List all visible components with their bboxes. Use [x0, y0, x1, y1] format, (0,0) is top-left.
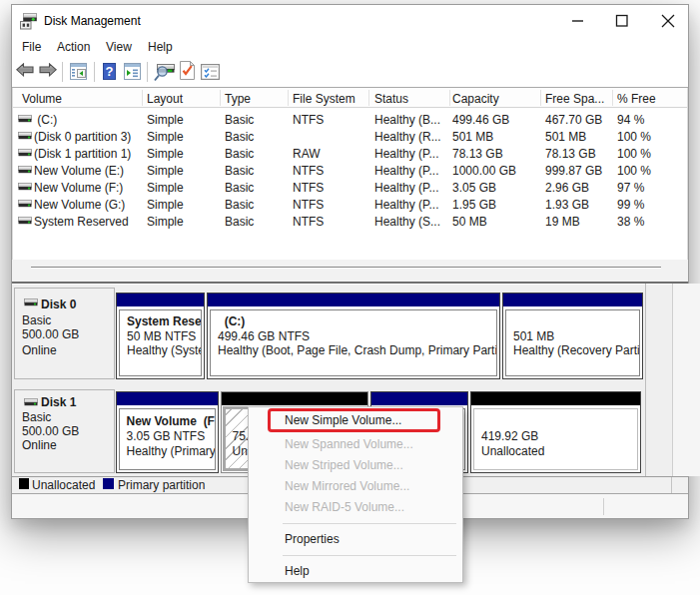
svg-text:?: ?	[106, 64, 114, 79]
